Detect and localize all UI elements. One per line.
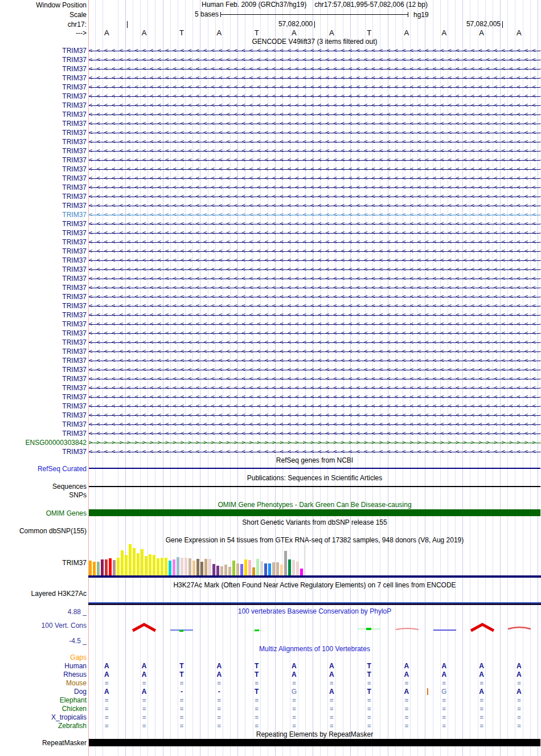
gtex-tissue-bar[interactable] bbox=[117, 558, 120, 575]
gene-row-label[interactable]: TRIM37 bbox=[0, 211, 87, 219]
gtex-tissue-bar[interactable] bbox=[161, 558, 163, 575]
gtex-tissue-bar[interactable] bbox=[181, 558, 183, 575]
gtex-tissue-bar[interactable] bbox=[264, 563, 267, 575]
gene-row-label[interactable]: TRIM37 bbox=[0, 338, 87, 346]
multiz-species-label[interactable]: Chicken bbox=[0, 705, 87, 713]
gene-row-strand-arrows[interactable]: <<<<<<<<<<<<<<<<<<<<<<<<<<<<<<<<<<<<<<<<… bbox=[89, 92, 540, 101]
gene-row-strand-arrows[interactable]: <<<<<<<<<<<<<<<<<<<<<<<<<<<<<<<<<<<<<<<<… bbox=[89, 383, 540, 393]
sequences-label[interactable]: Sequences bbox=[0, 483, 87, 491]
gene-row-strand-arrows[interactable]: <<<<<<<<<<<<<<<<<<<<<<<<<<<<<<<<<<<<<<<<… bbox=[89, 55, 540, 64]
gtex-tissue-bar[interactable] bbox=[89, 561, 92, 575]
gene-row-label[interactable]: TRIM37 bbox=[0, 384, 87, 392]
gtex-tissue-bar[interactable] bbox=[192, 561, 195, 575]
gene-row-strand-arrows[interactable]: <<<<<<<<<<<<<<<<<<<<<<<<<<<<<<<<<<<<<<<<… bbox=[89, 201, 540, 210]
gtex-tissue-bar[interactable] bbox=[292, 560, 295, 575]
gtex-tissue-bar[interactable] bbox=[125, 555, 128, 575]
gene-row-label[interactable]: TRIM37 bbox=[0, 402, 87, 410]
phylop-feature[interactable] bbox=[471, 624, 494, 631]
gtex-tissue-bar[interactable] bbox=[105, 559, 108, 575]
omim-gene-bar[interactable] bbox=[89, 509, 540, 516]
gene-row-strand-arrows[interactable]: <<<<<<<<<<<<<<<<<<<<<<<<<<<<<<<<<<<<<<<<… bbox=[89, 411, 540, 420]
phylop-feature[interactable] bbox=[179, 630, 183, 632]
gene-row-label[interactable]: TRIM37 bbox=[0, 193, 87, 201]
gene-row-strand-arrows[interactable]: <<<<<<<<<<<<<<<<<<<<<<<<<<<<<<<<<<<<<<<<… bbox=[89, 128, 540, 137]
gene-row-label[interactable]: TRIM37 bbox=[0, 430, 87, 438]
phylop-feature[interactable] bbox=[255, 630, 259, 631]
gtex-tissue-bar[interactable] bbox=[101, 559, 104, 575]
gtex-tissue-bar[interactable] bbox=[137, 553, 140, 575]
multiz-species-label[interactable]: Human bbox=[0, 662, 87, 670]
gene-row-label[interactable]: TRIM37 bbox=[0, 111, 87, 118]
h3k27ac-baseline[interactable] bbox=[88, 603, 541, 605]
gene-row-strand-arrows[interactable]: <<<<<<<<<<<<<<<<<<<<<<<<<<<<<<<<<<<<<<<<… bbox=[89, 64, 540, 73]
gtex-tissue-bar[interactable] bbox=[244, 559, 247, 575]
gene-row-strand-arrows[interactable]: <<<<<<<<<<<<<<<<<<<<<<<<<<<<<<<<<<<<<<<<… bbox=[89, 46, 540, 55]
gene-row-label[interactable]: TRIM37 bbox=[0, 138, 87, 146]
gene-row-strand-arrows[interactable]: <<<<<<<<<<<<<<<<<<<<<<<<<<<<<<<<<<<<<<<<… bbox=[89, 374, 540, 383]
gene-row-label[interactable]: TRIM37 bbox=[0, 275, 87, 283]
gtex-tissue-bar[interactable] bbox=[224, 565, 227, 575]
gene-row-label[interactable]: TRIM37 bbox=[0, 320, 87, 328]
gene-row-strand-arrows[interactable]: <<<<<<<<<<<<<<<<<<<<<<<<<<<<<<<<<<<<<<<<… bbox=[89, 447, 540, 456]
gene-row-label[interactable]: TRIM37 bbox=[0, 83, 87, 91]
gtex-tissue-bar[interactable] bbox=[260, 561, 263, 575]
gene-row-label[interactable]: TRIM37 bbox=[0, 56, 87, 64]
repeatmasker-label[interactable]: RepeatMasker bbox=[0, 739, 87, 747]
gene-row-strand-arrows[interactable]: <<<<<<<<<<<<<<<<<<<<<<<<<<<<<<<<<<<<<<<<… bbox=[89, 137, 540, 146]
gene-row-label[interactable]: TRIM37 bbox=[0, 311, 87, 319]
gtex-tissue-bar[interactable] bbox=[204, 559, 207, 575]
gtex-tissue-bar[interactable] bbox=[276, 562, 279, 575]
gene-row-strand-arrows[interactable]: <<<<<<<<<<<<<<<<<<<<<<<<<<<<<<<<<<<<<<<<… bbox=[89, 292, 540, 301]
multiz-species-label[interactable]: X_tropicalis bbox=[0, 713, 87, 721]
gtex-tissue-bar[interactable] bbox=[97, 562, 100, 575]
gene-row-strand-arrows[interactable]: <<<<<<<<<<<<<<<<<<<<<<<<<<<<<<<<<<<<<<<<… bbox=[89, 192, 540, 201]
gene-row-label[interactable]: TRIM37 bbox=[0, 165, 87, 173]
gene-row-strand-arrows[interactable]: <<<<<<<<<<<<<<<<<<<<<<<<<<<<<<<<<<<<<<<<… bbox=[89, 228, 540, 238]
gene-row-strand-arrows[interactable]: <<<<<<<<<<<<<<<<<<<<<<<<<<<<<<<<<<<<<<<<… bbox=[89, 110, 540, 119]
phylop-feature[interactable] bbox=[396, 628, 419, 630]
gtex-tissue-bar[interactable] bbox=[169, 561, 171, 575]
gtex-tissue-bar[interactable] bbox=[109, 558, 112, 575]
gene-row-label[interactable]: TRIM37 bbox=[0, 183, 87, 191]
refseq-curated-feature[interactable] bbox=[89, 468, 540, 469]
multiz-species-label[interactable]: Elephant bbox=[0, 696, 87, 704]
gene-row-strand-arrows[interactable]: <<<<<<<<<<<<<<<<<<<<<<<<<<<<<<<<<<<<<<<<… bbox=[89, 365, 540, 374]
gtex-tissue-bar[interactable] bbox=[220, 566, 223, 575]
gtex-tissue-bar[interactable] bbox=[165, 558, 167, 575]
gtex-tissue-bar[interactable] bbox=[216, 566, 219, 575]
gene-row-strand-arrows[interactable]: <<<<<<<<<<<<<<<<<<<<<<<<<<<<<<<<<<<<<<<<… bbox=[89, 402, 540, 411]
gtex-tissue-bar[interactable] bbox=[280, 565, 283, 575]
gtex-tissue-bar[interactable] bbox=[228, 567, 231, 575]
gtex-tissue-bar[interactable] bbox=[268, 563, 271, 575]
gene-row-strand-arrows[interactable]: <<<<<<<<<<<<<<<<<<<<<<<<<<<<<<<<<<<<<<<<… bbox=[89, 301, 540, 310]
gene-row-strand-arrows[interactable]: <<<<<<<<<<<<<<<<<<<<<<<<<<<<<<<<<<<<<<<<… bbox=[89, 219, 540, 228]
gtex-tissue-bar[interactable] bbox=[113, 560, 116, 575]
gtex-tissue-bar[interactable] bbox=[284, 551, 287, 575]
gene-row-label[interactable]: TRIM37 bbox=[0, 47, 87, 55]
common-dbsnp-label[interactable]: Common dbSNP(155) bbox=[0, 527, 87, 535]
gene-row-label[interactable]: TRIM37 bbox=[0, 448, 87, 456]
gene-row-label[interactable]: TRIM37 bbox=[0, 366, 87, 374]
phylop-wiggle[interactable] bbox=[88, 622, 541, 635]
gene-row-label[interactable]: TRIM37 bbox=[0, 393, 87, 401]
gene-row-label[interactable]: TRIM37 bbox=[0, 156, 87, 164]
gene-row-label[interactable]: TRIM37 bbox=[0, 265, 87, 273]
gene-row-strand-arrows[interactable]: <<<<<<<<<<<<<<<<<<<<<<<<<<<<<<<<<<<<<<<<… bbox=[89, 210, 540, 219]
gene-row-strand-arrows[interactable]: <<<<<<<<<<<<<<<<<<<<<<<<<<<<<<<<<<<<<<<<… bbox=[89, 165, 540, 174]
gtex-tissue-bar[interactable] bbox=[121, 550, 124, 575]
gene-row-strand-arrows[interactable]: <<<<<<<<<<<<<<<<<<<<<<<<<<<<<<<<<<<<<<<<… bbox=[89, 320, 540, 329]
gtex-tissue-bar[interactable] bbox=[93, 562, 96, 575]
gene-row-label[interactable]: TRIM37 bbox=[0, 92, 87, 100]
gene-row-label[interactable]: TRIM37 bbox=[0, 229, 87, 237]
gene-row-label[interactable]: TRIM37 bbox=[0, 202, 87, 210]
gtex-baseline[interactable] bbox=[88, 575, 541, 578]
gene-row-strand-arrows[interactable]: <<<<<<<<<<<<<<<<<<<<<<<<<<<<<<<<<<<<<<<<… bbox=[89, 183, 540, 192]
gene-row-label[interactable]: TRIM37 bbox=[0, 65, 87, 73]
phylop-feature[interactable] bbox=[508, 627, 531, 629]
gtex-tissue-bar[interactable] bbox=[256, 559, 259, 575]
gene-row-label[interactable]: ENSG00000303842 bbox=[0, 439, 87, 447]
direction-label[interactable]: ---> bbox=[0, 29, 87, 37]
gtex-tissue-bar[interactable] bbox=[212, 564, 215, 575]
gtex-tissue-bar[interactable] bbox=[133, 548, 136, 575]
phylop-feature[interactable] bbox=[133, 624, 155, 631]
